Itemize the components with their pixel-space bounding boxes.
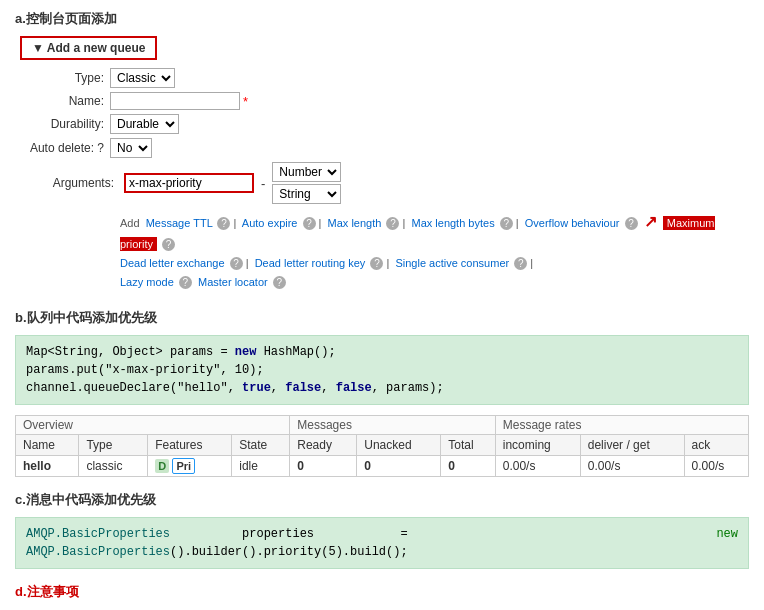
link-message-ttl[interactable]: Message TTL	[146, 217, 213, 229]
name-row: Name: *	[20, 92, 749, 110]
add-links-row: Add Message TTL ? | Auto expire ? | Max …	[120, 208, 749, 291]
table-row: hello classic D Pri idle 0 0 0 0.00/s 0.…	[16, 456, 749, 477]
name-input[interactable]	[110, 92, 240, 110]
link-auto-expire[interactable]: Auto expire	[242, 217, 298, 229]
queue-table-wrapper: Overview Messages Message rates Name Typ…	[15, 415, 749, 477]
cell-features: D Pri	[148, 456, 232, 477]
help-dl-routing[interactable]: ?	[370, 257, 383, 270]
help-lazy-mode[interactable]: ?	[179, 276, 192, 289]
help-max-priority[interactable]: ?	[162, 238, 175, 251]
arguments-row: Arguments: - Number String	[30, 162, 749, 204]
col-deliver-get: deliver / get	[580, 435, 684, 456]
help-master-locator[interactable]: ?	[273, 276, 286, 289]
auto-delete-label: Auto delete: ?	[20, 141, 110, 155]
link-master-locator[interactable]: Master locator	[198, 276, 268, 288]
cell-type: classic	[79, 456, 148, 477]
col-ready: Ready	[290, 435, 357, 456]
col-unacked: Unacked	[357, 435, 441, 456]
auto-delete-row: Auto delete: ? No	[20, 138, 749, 158]
help-auto-expire[interactable]: ?	[303, 217, 316, 230]
help-single-active[interactable]: ?	[514, 257, 527, 270]
number-select[interactable]: Number	[272, 162, 341, 182]
link-overflow-behaviour[interactable]: Overflow behaviour	[525, 217, 620, 229]
cell-total: 0	[441, 456, 495, 477]
section-a-title: a.控制台页面添加	[15, 10, 749, 28]
code-block-b: Map<String, Object> params = new HashMap…	[15, 335, 749, 405]
section-b-title: b.队列中代码添加优先级	[15, 309, 749, 327]
link-single-active[interactable]: Single active consumer	[395, 257, 509, 269]
col-total: Total	[441, 435, 495, 456]
required-star: *	[243, 94, 248, 109]
cell-deliver-get: 0.00/s	[580, 456, 684, 477]
help-max-length-bytes[interactable]: ?	[500, 217, 513, 230]
arguments-label: Arguments:	[30, 176, 120, 190]
section-d-title: d.注意事项	[15, 583, 749, 601]
help-message-ttl[interactable]: ?	[217, 217, 230, 230]
string-select[interactable]: String	[272, 184, 341, 204]
col-name: Name	[16, 435, 79, 456]
code-block-c: AMQP.BasicProperties properties = new AM…	[15, 517, 749, 569]
feature-d-badge: D	[155, 459, 169, 473]
durability-label: Durability:	[20, 117, 110, 131]
cell-unacked: 0	[357, 456, 441, 477]
section-c-title: c.消息中代码添加优先级	[15, 491, 749, 509]
help-max-length[interactable]: ?	[386, 217, 399, 230]
link-max-length[interactable]: Max length	[328, 217, 382, 229]
type-row: Type: Classic	[20, 68, 749, 88]
cell-incoming: 0.00/s	[495, 456, 580, 477]
col-incoming: incoming	[495, 435, 580, 456]
number-string-selects: Number String	[272, 162, 341, 204]
cell-ack: 0.00/s	[684, 456, 748, 477]
link-dead-letter-exchange[interactable]: Dead letter exchange	[120, 257, 225, 269]
type-label: Type:	[20, 71, 110, 85]
durability-select[interactable]: Durable	[110, 114, 179, 134]
cell-state: idle	[232, 456, 290, 477]
col-state: State	[232, 435, 290, 456]
link-max-length-bytes[interactable]: Max length bytes	[411, 217, 494, 229]
col-ack: ack	[684, 435, 748, 456]
arguments-key-input[interactable]	[124, 173, 254, 193]
link-dead-letter-routing[interactable]: Dead letter routing key	[255, 257, 366, 269]
help-dl-exchange[interactable]: ?	[230, 257, 243, 270]
queue-section-headers: Overview Messages Message rates Name Typ…	[15, 415, 749, 477]
cell-ready: 0	[290, 456, 357, 477]
cell-name: hello	[16, 456, 79, 477]
arg-dash: -	[261, 176, 265, 191]
arrow-red: ↗	[644, 213, 657, 230]
add-queue-panel: ▼ Add a new queue	[20, 36, 157, 60]
type-select[interactable]: Classic	[110, 68, 175, 88]
auto-delete-select[interactable]: No	[110, 138, 152, 158]
col-type: Type	[79, 435, 148, 456]
col-features: Features	[148, 435, 232, 456]
link-lazy-mode[interactable]: Lazy mode	[120, 276, 174, 288]
add-label: Add	[120, 217, 143, 229]
feature-pri-badge: Pri	[172, 458, 195, 474]
name-label: Name:	[20, 94, 110, 108]
help-overflow[interactable]: ?	[625, 217, 638, 230]
durability-row: Durability: Durable	[20, 114, 749, 134]
